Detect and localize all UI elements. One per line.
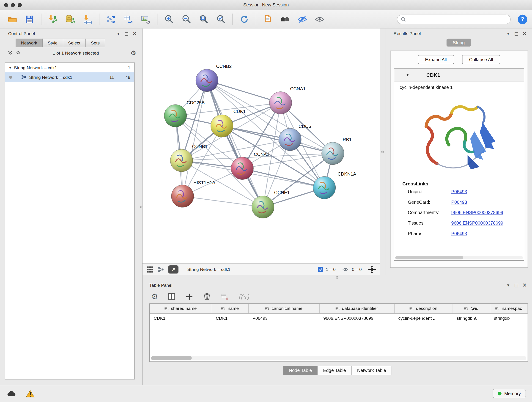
gene-section-header[interactable]: ▾ CDK1 [394,69,524,81]
tab-network[interactable]: Network [16,39,43,47]
crosslink-pharos-link[interactable]: P06493 [451,231,467,236]
export-image-button[interactable] [138,12,153,26]
table-panel-float-button[interactable]: ▾ [504,283,513,288]
results-panel-close-button[interactable]: × [520,30,529,36]
table-row[interactable]: CDK1 CDK1 P06493 9606.ENSP00000378699 cy… [150,313,527,323]
tab-style[interactable]: Style [42,39,63,47]
network-canvas[interactable]: CCNB2CCNA1CDC25BCDK1CDC6RB1CCNB1CCNA2CDK… [143,28,380,263]
horizontal-splitter[interactable] [143,275,532,281]
current-network-dot-icon [9,76,12,79]
home-button[interactable] [278,12,292,26]
save-session-button[interactable] [22,12,37,26]
graphics-details-button[interactable] [312,12,327,26]
crosslink-genecard-link[interactable]: P06493 [451,200,467,205]
add-column-icon[interactable] [185,293,193,301]
column-header-shared-name[interactable]: shared name [150,304,212,313]
tab-edge-table[interactable]: Edge Table [317,366,352,375]
tab-node-table[interactable]: Node Table [283,366,317,375]
open-file-button[interactable] [5,12,20,26]
cell-namespace[interactable]: stringdb [490,313,527,323]
network-collection-row[interactable]: ▾ String Network – cdk1 1 [5,63,134,72]
import-table-file-button[interactable] [80,12,95,26]
zoom-fit-button[interactable] [196,12,211,26]
table-horizontal-scrollbar [151,356,526,360]
network-edge[interactable] [183,80,207,196]
import-network-database-button[interactable] [63,12,78,26]
help-button[interactable]: ? [518,14,527,24]
column-header-id[interactable]: @id [453,304,490,313]
expand-all-icon[interactable] [16,51,21,56]
crosslink-label: Uniprot: [408,189,451,194]
column-header-description[interactable]: description [394,304,453,313]
import-network-file-button[interactable] [45,12,60,26]
gene-caret-icon[interactable]: ▾ [406,72,409,77]
expand-all-button[interactable]: Expand All [418,55,454,64]
zoom-out-button[interactable] [179,12,194,26]
column-header-database-identifier[interactable]: database identifier [319,304,394,313]
center-view-button[interactable] [368,265,376,274]
zoom-out-icon [181,14,191,24]
function-builder-fx-icon[interactable]: f(x) [238,293,249,300]
network-overview-button[interactable] [157,266,164,273]
control-panel-float-button[interactable]: ▾ [114,31,123,36]
cell-name[interactable]: CDK1 [212,313,248,323]
birdseye-view-button[interactable] [147,266,153,273]
status-bar: Memory [0,385,532,402]
crosslink-tissues-link[interactable]: 9606.ENSP00000378699 [451,221,503,226]
close-window-button[interactable] [4,3,8,7]
network-options-gear-icon[interactable]: ⚙ [131,50,136,56]
copy-document-button[interactable] [260,12,275,26]
zoom-window-button[interactable] [18,3,22,7]
cell-shared-name[interactable]: CDK1 [150,313,212,323]
network-row[interactable]: String Network – cdk1 11 48 [5,72,134,82]
network-edge[interactable] [183,196,263,207]
zoom-selected-button[interactable] [213,12,228,26]
results-panel-float-button[interactable]: ▾ [504,31,513,36]
warning-icon[interactable] [26,389,35,398]
collapse-all-button[interactable]: Collapse All [462,55,500,64]
column-header-canonical-name[interactable]: canonical name [248,304,319,313]
panel-splitter-handle[interactable] [140,206,143,208]
column-header-namespace[interactable]: namespac [490,304,527,313]
export-network-button[interactable] [104,12,119,26]
cell-description[interactable]: cyclin-dependent ... [394,313,453,323]
collapse-all-icon[interactable] [7,51,13,56]
search-input[interactable] [408,17,507,22]
zoom-in-button[interactable] [162,12,177,26]
delete-column-trash-icon[interactable] [203,293,211,301]
results-scrollbar-thumb[interactable] [395,256,463,259]
external-link-button[interactable]: ↗ [168,265,178,274]
results-panel-maximize-button[interactable]: □ [512,31,520,36]
column-visibility-icon[interactable] [167,293,176,301]
splitter-handle[interactable] [381,151,384,153]
table-settings-gear-icon[interactable]: ⚙ [151,293,158,300]
export-table-button[interactable] [121,12,136,26]
tab-sets[interactable]: Sets [85,39,105,47]
crosslink-uniprot-link[interactable]: P06493 [451,189,467,194]
minimize-window-button[interactable] [11,3,15,7]
sort-icon [410,306,414,311]
network-edge[interactable] [207,80,263,207]
splitter-handle[interactable] [336,276,338,279]
table-panel-maximize-button[interactable]: □ [512,283,520,288]
control-panel-maximize-button[interactable]: □ [123,31,131,36]
cell-database-identifier[interactable]: 9606.ENSP00000378699 [319,313,394,323]
tab-string[interactable]: String [447,39,471,46]
hide-show-button[interactable] [295,12,310,26]
collection-caret-icon[interactable]: ▾ [9,65,11,70]
crosslink-compartments-link[interactable]: 9606.ENSP00000378699 [451,210,503,215]
table-panel-close-button[interactable]: × [520,282,529,288]
vertical-splitter[interactable] [380,28,386,275]
table-scrollbar-thumb[interactable] [151,356,192,360]
selection-checkbox[interactable] [318,267,323,272]
tab-network-table[interactable]: Network Table [351,366,392,375]
cell-canonical-name[interactable]: P06493 [248,313,319,323]
column-header-name[interactable]: name [212,304,248,313]
cloud-icon[interactable] [6,390,16,397]
control-panel-close-button[interactable]: × [131,30,139,36]
memory-button[interactable]: Memory [493,389,526,398]
network-edge[interactable] [207,80,280,103]
apply-layout-button[interactable] [237,12,252,26]
cell-id[interactable]: stringdb:9... [453,313,490,323]
tab-select[interactable]: Select [63,39,86,47]
